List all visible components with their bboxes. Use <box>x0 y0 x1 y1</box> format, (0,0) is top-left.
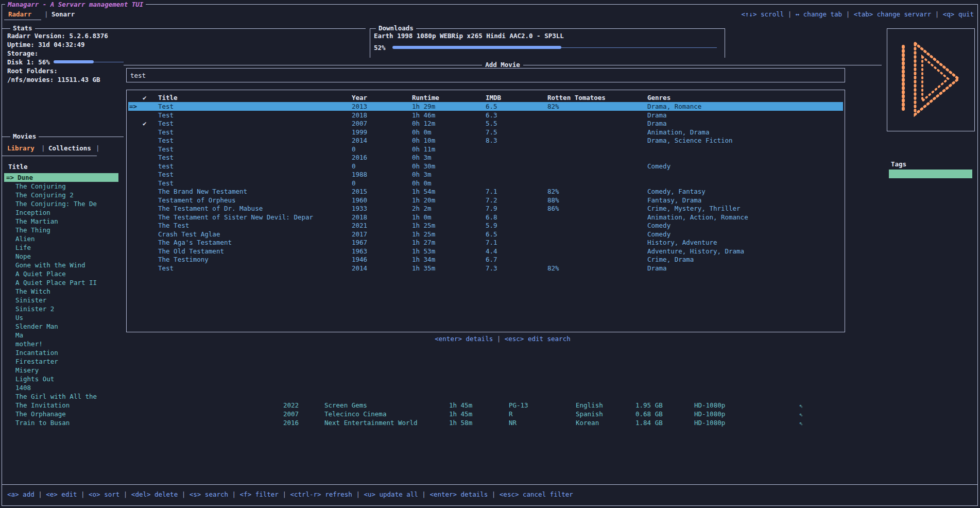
movie-title: Dune <box>18 173 33 182</box>
movie-result-row[interactable]: The Testimony19461h 34m6.7Crime, Drama <box>128 255 843 264</box>
movie-list-item[interactable]: Gone with the Wind <box>4 261 118 269</box>
movie-table-row[interactable]: 2007Telecinco Cinema1h 45mRSpanish0.68 G… <box>278 410 882 418</box>
movie-list-item[interactable]: Ma <box>4 331 118 340</box>
imdb-rating-cell: 6.8 <box>486 213 497 222</box>
movie-result-row[interactable]: The Old Testament19631h 53m4.4Adventure,… <box>128 247 843 256</box>
help-separator: | <box>352 490 364 498</box>
key-hint: <del> delete <box>131 490 178 498</box>
movie-result-row[interactable]: The Brand New Testament20151h 54m7.182%C… <box>128 187 843 196</box>
movie-list-item[interactable]: The Witch <box>4 287 118 296</box>
movie-list-item[interactable]: Train to Busan <box>4 418 118 427</box>
tab-radarr[interactable]: Radarr <box>8 10 31 18</box>
movie-list-item[interactable]: The Conjuring 2 <box>4 191 118 199</box>
runtime-cell: 0h 3m <box>412 170 432 179</box>
imdb-rating-cell: 5.5 <box>486 119 497 128</box>
key-hint: <q> quit <box>943 10 974 18</box>
movie-list-item[interactable]: Inception <box>4 208 118 217</box>
disk-usage-bar <box>54 58 126 66</box>
movie-list-item[interactable]: The Girl with All the <box>4 392 118 401</box>
movie-list-item[interactable]: The Conjuring: The De <box>4 199 118 208</box>
movie-list-item[interactable]: Alien <box>4 234 118 243</box>
movie-title-cell: The Testimony <box>158 255 209 264</box>
movie-result-row[interactable]: Crash Test Aglae20171h 25m6.5Comedy <box>128 230 843 239</box>
movie-result-row[interactable]: test00h 30mComedy <box>128 162 843 171</box>
modal-title: Add Movie <box>482 61 523 69</box>
movie-list-item[interactable]: Life <box>4 243 118 252</box>
movie-result-row[interactable]: Test19880h 3m <box>128 170 843 179</box>
checkmark-icon: ✔ <box>143 119 147 128</box>
year-cell: 1999 <box>352 128 367 137</box>
quality-profile-cell: HD-1080p <box>694 418 725 427</box>
movie-title-cell: The Testament of Sister New Devil: Depar <box>158 213 313 222</box>
movie-list-item[interactable]: Incantation <box>4 348 118 357</box>
imdb-rating-cell: 7.3 <box>486 264 497 273</box>
movie-list-item[interactable]: A Quiet Place Part II <box>4 278 118 287</box>
movie-list-item[interactable]: =>Dune <box>4 173 118 182</box>
key-hint: <enter> details <box>435 335 493 343</box>
help-separator: | <box>77 490 89 498</box>
movie-result-row[interactable]: ✔Test20070h 12m5.5Drama <box>128 119 843 128</box>
movie-list-item[interactable]: mother! <box>4 340 118 348</box>
runtime-cell: 1h 25m <box>412 230 435 239</box>
movie-list-item[interactable]: The Conjuring <box>4 182 118 191</box>
help-separator: | <box>228 490 240 498</box>
movie-result-row[interactable]: The Test20211h 25m5.9Comedy <box>128 221 843 230</box>
movie-list-item[interactable]: Us <box>4 313 118 322</box>
movie-list-item[interactable]: Slender Man <box>4 322 118 331</box>
movie-list-item[interactable]: Nope <box>4 252 118 261</box>
rotten-tomatoes-cell: 82% <box>547 264 559 273</box>
imdb-rating-cell: 7.2 <box>486 196 497 205</box>
movie-list-item[interactable]: Misery <box>4 366 118 375</box>
runtime-cell: 0h 0m <box>412 128 432 137</box>
tab-collections[interactable]: Collections <box>48 144 91 152</box>
movie-result-row[interactable]: Test20140h 10m8.3Drama, Science Fiction <box>128 136 843 145</box>
key-hint: <o> sort <box>89 490 119 498</box>
movie-title-cell: Testament of Orpheus <box>158 196 236 205</box>
movie-result-row[interactable]: Test20141h 35m7.382%Drama <box>128 264 843 273</box>
runtime-cell: 0h 11m <box>412 145 435 154</box>
tab-library[interactable]: Library <box>7 144 35 152</box>
genres-cell: Drama, Romance <box>647 102 701 111</box>
movie-title-cell: The Old Testament <box>158 247 224 256</box>
movie-list-item[interactable]: The Invitation <box>4 401 118 410</box>
movie-result-row[interactable]: Test19990h 0m7.5Animation, Drama <box>128 128 843 137</box>
size-cell: 1.84 GB <box>635 418 663 427</box>
movie-result-row[interactable]: Testament of Orpheus19601h 20m7.288%Fant… <box>128 196 843 205</box>
movie-result-row[interactable]: The Testament of Dr. Mabuse19332h 2m7.98… <box>128 204 843 213</box>
movie-table-row[interactable]: 2022Screen Gems1h 45mPG-13English1.95 GB… <box>278 401 882 410</box>
movie-list-item[interactable]: The Orphanage <box>4 410 118 418</box>
movie-result-row[interactable]: The Aga's Testament19671h 27m7.1History,… <box>128 238 843 247</box>
movie-list-item[interactable]: Sinister 2 <box>4 304 118 313</box>
tags-field[interactable] <box>889 170 972 178</box>
column-header: ✔ <box>143 94 147 101</box>
movie-title-cell: Test <box>158 153 174 162</box>
movie-list-item[interactable]: Lights Out <box>4 375 118 383</box>
movie-list-item[interactable]: The Thing <box>4 226 118 234</box>
runtime-cell: 2h 2m <box>412 204 432 213</box>
movie-result-row[interactable]: =>Test20131h 29m6.582%Drama, Romance <box>128 102 843 111</box>
movie-result-row[interactable]: Test00h 11m <box>128 145 843 154</box>
movie-list-item[interactable]: Firestarter <box>4 357 118 366</box>
movie-title-cell: Test <box>158 111 174 120</box>
movie-list-item[interactable]: A Quiet Place <box>4 269 118 278</box>
stats-root-folders-label: Root Folders: <box>7 67 58 75</box>
movie-title-cell: Test <box>158 128 174 137</box>
movie-result-row[interactable]: Test20181h 46m6.3Drama <box>128 111 843 120</box>
key-hint: <a> add <box>7 490 35 498</box>
year-cell: 0 <box>352 179 356 188</box>
movie-table-row[interactable]: 2016Next Entertainment World1h 58mNRKore… <box>278 418 882 427</box>
rotten-tomatoes-cell: 82% <box>547 102 559 111</box>
help-separator: | <box>279 490 290 498</box>
year-cell: 2021 <box>352 221 367 230</box>
movie-result-row[interactable]: Test20160h 3m <box>128 153 843 162</box>
downloads-panel-label: Downloads <box>376 24 416 32</box>
runtime-cell: 1h 45m <box>449 401 472 410</box>
movie-list-item[interactable]: The Martian <box>4 217 118 226</box>
movie-search-input[interactable] <box>130 69 841 81</box>
movie-result-row[interactable]: The Testament of Sister New Devil: Depar… <box>128 213 843 222</box>
movie-list-item[interactable]: 1408 <box>4 383 118 392</box>
movie-result-row[interactable]: Test00h 0m <box>128 179 843 188</box>
movie-list-item[interactable]: Sinister <box>4 296 118 304</box>
tab-sonarr[interactable]: Sonarr <box>51 10 75 18</box>
year-cell: 2014 <box>352 264 367 273</box>
